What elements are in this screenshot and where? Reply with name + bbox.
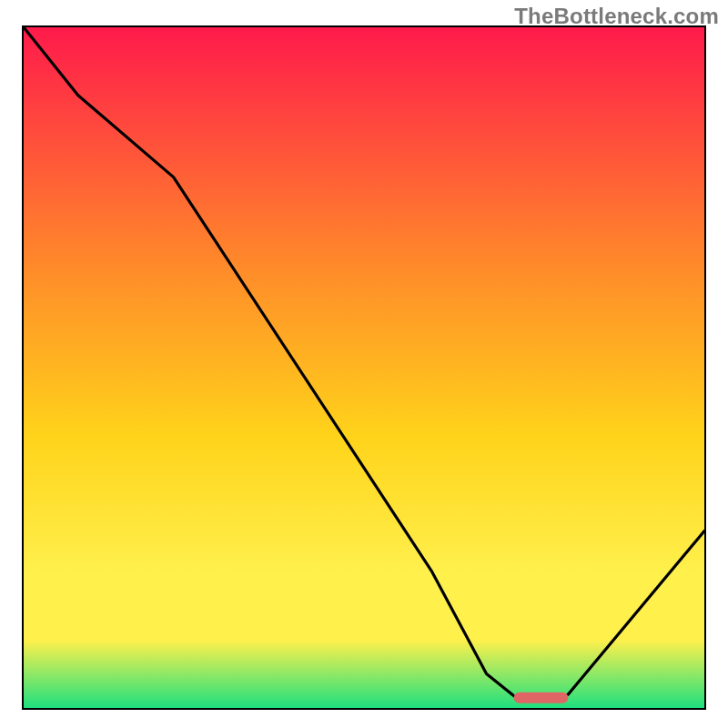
- gradient-background: [24, 27, 704, 708]
- chart-svg: [24, 27, 704, 708]
- chart-area: [22, 25, 706, 710]
- optimal-marker: [514, 693, 569, 703]
